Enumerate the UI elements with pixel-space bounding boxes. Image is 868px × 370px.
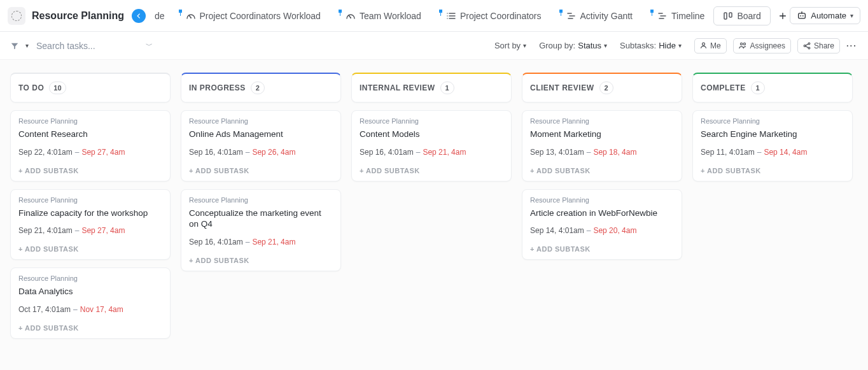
card-start-date: Sep 16, 4:01am (360, 148, 414, 157)
board-icon (723, 11, 733, 21)
group-by-control[interactable]: Group by: Status ▾ (539, 41, 607, 50)
add-subtask-button[interactable]: ADD SUBTASK (701, 167, 844, 174)
add-subtask-button[interactable]: ADD SUBTASK (530, 167, 674, 174)
card-due-date: Sep 26, 4am (252, 148, 295, 157)
column-header[interactable]: COMPLETE1 (692, 73, 853, 103)
view-tab-board[interactable]: Board (713, 6, 770, 25)
card-list-name: Resource Planning (530, 117, 674, 125)
workload-icon (186, 11, 196, 21)
date-separator: – (73, 305, 78, 314)
chevron-down-icon: ▾ (678, 42, 682, 49)
board-column: TO DO10Resource PlanningContent Research… (10, 73, 171, 339)
toolbar: ▾ ﹀ Sort by ▾ Group by: Status ▾ Subtask… (0, 32, 868, 60)
add-subtask-button[interactable]: ADD SUBTASK (18, 324, 162, 332)
task-card[interactable]: Resource PlanningData AnalyticsOct 17, 4… (10, 267, 171, 339)
date-separator: – (587, 148, 591, 157)
card-due-date: Sep 20, 4am (593, 226, 636, 235)
chevron-down-icon: ▾ (850, 12, 853, 19)
view-tab-label: Team Workload (360, 11, 421, 21)
view-tab-label: Board (737, 11, 760, 21)
chevron-down-icon[interactable]: ﹀ (146, 41, 153, 50)
filter-icon[interactable] (10, 41, 19, 50)
card-dates: Sep 13, 4:01am–Sep 18, 4am (530, 148, 674, 157)
me-label: Me (710, 41, 721, 50)
assignees-filter-button[interactable]: Assignees (733, 38, 791, 53)
card-start-date: Sep 16, 4:01am (189, 238, 243, 246)
view-tab-peek-label: de (155, 11, 165, 21)
search-input[interactable] (35, 40, 137, 52)
add-subtask-button[interactable]: ADD SUBTASK (18, 245, 162, 253)
card-title: Conceptualize the marketing event on Q4 (189, 208, 333, 230)
view-tab-project-coordinators-workload[interactable]: Project Coordinators Workload (170, 7, 330, 25)
list-icon (446, 11, 456, 21)
task-card[interactable]: Resource PlanningOnline Ads ManagementSe… (181, 110, 341, 181)
view-tab-peek[interactable]: de (150, 7, 170, 25)
card-title: Search Engine Marketing (701, 129, 844, 140)
view-tab-project-coordinators[interactable]: Project Coordinators (430, 7, 550, 25)
views-scroll-left-button[interactable] (132, 9, 146, 23)
card-start-date: Sep 22, 4:01am (18, 148, 73, 157)
date-separator: – (416, 148, 421, 157)
share-button[interactable]: Share (797, 38, 840, 53)
svg-point-8 (740, 43, 742, 45)
task-card[interactable]: Resource PlanningFinalize capacity for t… (10, 189, 171, 260)
card-list-name: Resource Planning (189, 117, 333, 125)
column-title: CLIENT REVIEW (530, 83, 594, 92)
card-list-name: Resource Planning (18, 196, 162, 204)
svg-point-5 (801, 15, 802, 17)
group-label: Group by: (539, 41, 575, 50)
board-column: INTERNAL REVIEW1Resource PlanningContent… (351, 73, 512, 181)
add-subtask-button[interactable]: ADD SUBTASK (189, 257, 333, 264)
card-list-name: Resource Planning (701, 117, 844, 125)
task-card[interactable]: Resource PlanningSearch Engine Marketing… (692, 110, 853, 181)
column-header[interactable]: CLIENT REVIEW2 (522, 73, 682, 103)
view-tab-activity-gantt[interactable]: Activity Gantt (550, 7, 641, 25)
view-tab-team-workload[interactable]: Team Workload (330, 7, 430, 25)
card-title: Data Analytics (18, 286, 162, 297)
subtasks-value: Hide (659, 41, 676, 50)
column-header[interactable]: INTERNAL REVIEW1 (351, 73, 512, 103)
card-start-date: Sep 13, 4:01am (530, 148, 584, 157)
automate-button[interactable]: Automate ▾ (790, 7, 860, 24)
svg-rect-2 (724, 13, 727, 19)
me-filter-button[interactable]: Me (694, 38, 727, 53)
page-title: Resource Planning (32, 10, 124, 22)
more-menu-button[interactable]: ··· (846, 41, 858, 50)
workload-icon (346, 11, 356, 21)
card-list-name: Resource Planning (18, 117, 162, 125)
view-tab-label: Project Coordinators (460, 11, 542, 21)
add-subtask-button[interactable]: ADD SUBTASK (530, 245, 674, 253)
column-count-badge: 2 (251, 82, 265, 94)
list-settings-icon[interactable] (8, 7, 25, 25)
task-card[interactable]: Resource PlanningMoment MarketingSep 13,… (522, 110, 682, 181)
card-title: Moment Marketing (530, 129, 674, 140)
task-card[interactable]: Resource PlanningArticle creation in Web… (522, 189, 682, 260)
card-start-date: Oct 17, 4:01am (18, 305, 71, 314)
plus-icon (778, 11, 787, 20)
card-dates: Sep 16, 4:01am–Sep 26, 4am (189, 148, 333, 157)
card-start-date: Sep 21, 4:01am (18, 226, 73, 235)
column-header[interactable]: IN PROGRESS2 (181, 73, 341, 103)
subtasks-control[interactable]: Subtasks: Hide ▾ (620, 41, 682, 50)
task-card[interactable]: Resource PlanningContent ResearchSep 22,… (10, 110, 171, 181)
people-icon (739, 42, 747, 49)
automate-label: Automate (811, 11, 846, 20)
add-subtask-button[interactable]: ADD SUBTASK (18, 167, 162, 174)
add-view-button[interactable]: View (771, 7, 787, 25)
add-subtask-button[interactable]: ADD SUBTASK (189, 167, 333, 174)
view-tab-label: Timeline (671, 11, 704, 21)
column-count-badge: 10 (49, 82, 66, 94)
board: TO DO10Resource PlanningContent Research… (0, 60, 868, 370)
card-start-date: Sep 14, 4:01am (530, 226, 584, 235)
sort-by-control[interactable]: Sort by ▾ (494, 41, 526, 50)
svg-point-9 (743, 43, 745, 45)
card-list-name: Resource Planning (360, 117, 503, 125)
chevron-down-icon[interactable]: ▾ (25, 42, 29, 49)
column-header[interactable]: TO DO10 (10, 73, 171, 103)
view-tab-timeline[interactable]: Timeline (641, 7, 713, 25)
task-card[interactable]: Resource PlanningContent ModelsSep 16, 4… (351, 110, 512, 181)
add-subtask-button[interactable]: ADD SUBTASK (360, 167, 503, 174)
task-card[interactable]: Resource PlanningConceptualize the marke… (181, 189, 341, 271)
card-title: Content Models (360, 129, 503, 140)
card-due-date: Sep 27, 4am (81, 226, 125, 235)
